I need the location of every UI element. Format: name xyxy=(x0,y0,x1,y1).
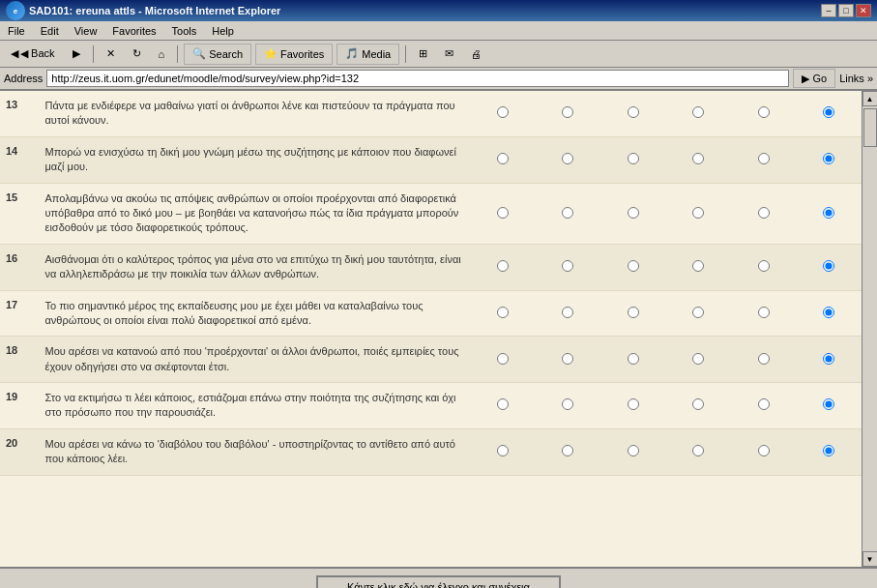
radio-option-5[interactable] xyxy=(758,398,770,410)
back-button[interactable]: ◀ ◀ Back xyxy=(4,44,62,65)
radio-option-5[interactable] xyxy=(758,106,770,118)
radio-cell[interactable] xyxy=(600,337,666,383)
radio-cell[interactable] xyxy=(666,290,732,337)
menu-help[interactable]: Help xyxy=(208,24,238,38)
radio-option-6[interactable] xyxy=(823,398,834,410)
favorites-button[interactable]: ⭐ Favorites xyxy=(255,44,333,65)
minimize-button[interactable]: – xyxy=(821,4,836,17)
radio-option-3[interactable] xyxy=(628,398,639,410)
refresh-button[interactable]: ↻ xyxy=(126,44,148,65)
submit-button[interactable]: Κάντε κλικ εδώ για έλεγχο και συνέχεια xyxy=(316,575,561,588)
radio-cell[interactable] xyxy=(797,383,862,429)
radio-cell[interactable] xyxy=(666,337,732,383)
radio-cell[interactable] xyxy=(470,337,536,383)
radio-option-6[interactable] xyxy=(823,153,834,164)
window-controls[interactable]: – □ ✕ xyxy=(821,4,871,17)
radio-cell[interactable] xyxy=(731,183,797,244)
radio-option-3[interactable] xyxy=(628,153,639,164)
home-button[interactable]: ⌂ xyxy=(152,44,172,65)
radio-option-2[interactable] xyxy=(562,307,573,318)
radio-cell[interactable] xyxy=(600,383,666,429)
print-button[interactable]: 🖨 xyxy=(464,44,488,65)
radio-cell[interactable] xyxy=(731,337,797,383)
radio-option-6[interactable] xyxy=(823,106,834,118)
radio-option-5[interactable] xyxy=(758,153,770,164)
radio-cell[interactable] xyxy=(470,183,536,244)
radio-option-4[interactable] xyxy=(692,106,704,118)
radio-option-2[interactable] xyxy=(562,207,573,219)
radio-cell[interactable] xyxy=(666,383,732,429)
radio-cell[interactable] xyxy=(666,428,732,475)
stop-button[interactable]: ✕ xyxy=(100,44,122,65)
radio-option-6[interactable] xyxy=(823,307,834,318)
radio-cell[interactable] xyxy=(600,244,666,290)
radio-option-3[interactable] xyxy=(628,445,639,456)
menu-file[interactable]: File xyxy=(4,24,29,38)
radio-cell[interactable] xyxy=(666,91,732,136)
menu-favorites[interactable]: Favorites xyxy=(108,24,160,38)
radio-option-6[interactable] xyxy=(823,207,834,219)
search-button[interactable]: 🔍 Search xyxy=(184,44,251,65)
radio-cell[interactable] xyxy=(600,136,666,183)
radio-cell[interactable] xyxy=(731,91,797,136)
mail-button[interactable]: ✉ xyxy=(438,44,460,65)
radio-cell[interactable] xyxy=(536,337,601,383)
radio-option-6[interactable] xyxy=(823,260,834,272)
radio-cell[interactable] xyxy=(797,136,862,183)
scrollbar[interactable]: ▲ ▼ xyxy=(862,91,877,567)
radio-option-4[interactable] xyxy=(692,207,704,219)
radio-cell[interactable] xyxy=(600,428,666,475)
radio-cell[interactable] xyxy=(536,136,601,183)
radio-option-1[interactable] xyxy=(497,106,509,118)
scroll-thumb[interactable] xyxy=(863,108,877,147)
radio-cell[interactable] xyxy=(731,244,797,290)
radio-option-6[interactable] xyxy=(823,445,834,456)
radio-option-2[interactable] xyxy=(562,445,573,456)
radio-cell[interactable] xyxy=(731,136,797,183)
radio-option-1[interactable] xyxy=(497,398,509,410)
radio-option-1[interactable] xyxy=(497,153,509,164)
radio-option-3[interactable] xyxy=(628,307,639,318)
radio-option-2[interactable] xyxy=(562,153,573,164)
go-button[interactable]: ▶ Go xyxy=(793,69,835,88)
radio-option-5[interactable] xyxy=(758,207,770,219)
radio-option-1[interactable] xyxy=(497,445,509,456)
maximize-button[interactable]: □ xyxy=(838,4,854,17)
radio-option-5[interactable] xyxy=(758,445,770,456)
radio-cell[interactable] xyxy=(470,383,536,429)
address-input[interactable] xyxy=(46,70,789,87)
forward-button[interactable]: ▶ xyxy=(66,44,87,65)
radio-cell[interactable] xyxy=(470,91,536,136)
radio-cell[interactable] xyxy=(470,428,536,475)
radio-cell[interactable] xyxy=(797,337,862,383)
radio-option-4[interactable] xyxy=(692,398,704,410)
radio-cell[interactable] xyxy=(731,383,797,429)
radio-cell[interactable] xyxy=(600,91,666,136)
radio-cell[interactable] xyxy=(666,244,732,290)
radio-cell[interactable] xyxy=(536,428,601,475)
radio-cell[interactable] xyxy=(600,290,666,337)
radio-option-2[interactable] xyxy=(562,353,573,365)
radio-cell[interactable] xyxy=(731,428,797,475)
radio-cell[interactable] xyxy=(536,244,601,290)
radio-option-4[interactable] xyxy=(692,353,704,365)
menu-view[interactable]: View xyxy=(71,24,102,38)
radio-cell[interactable] xyxy=(731,290,797,337)
scroll-up-arrow[interactable]: ▲ xyxy=(862,91,878,106)
radio-cell[interactable] xyxy=(797,91,862,136)
radio-cell[interactable] xyxy=(470,290,536,337)
menu-tools[interactable]: Tools xyxy=(168,24,201,38)
radio-cell[interactable] xyxy=(666,136,732,183)
radio-option-5[interactable] xyxy=(758,353,770,365)
radio-cell[interactable] xyxy=(797,244,862,290)
radio-option-1[interactable] xyxy=(497,207,509,219)
radio-cell[interactable] xyxy=(536,290,601,337)
radio-cell[interactable] xyxy=(536,91,601,136)
radio-option-2[interactable] xyxy=(562,398,573,410)
media-button[interactable]: 🎵 Media xyxy=(336,44,399,65)
radio-cell[interactable] xyxy=(600,183,666,244)
radio-option-4[interactable] xyxy=(692,445,704,456)
radio-option-4[interactable] xyxy=(692,260,704,272)
radio-option-2[interactable] xyxy=(562,106,573,118)
menu-edit[interactable]: Edit xyxy=(37,24,63,38)
